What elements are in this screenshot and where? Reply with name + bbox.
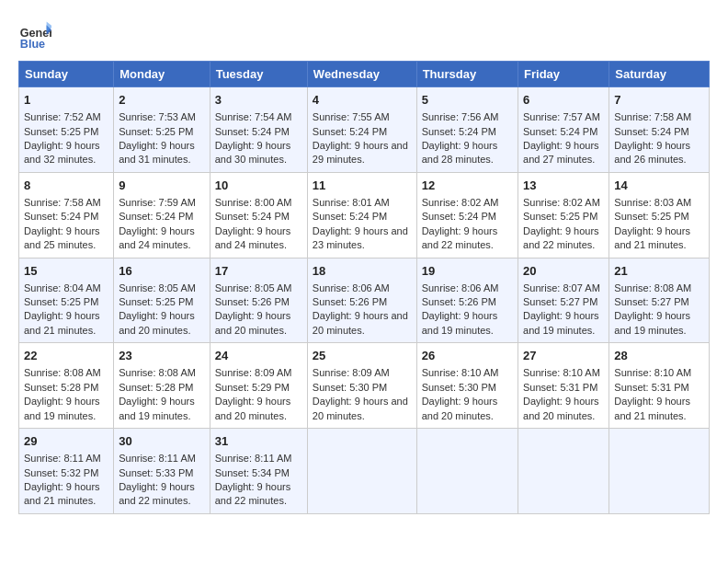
day-cell: 24Sunrise: 8:09 AMSunset: 5:29 PMDayligh…	[210, 343, 307, 429]
sunset-text: Sunset: 5:24 PM	[422, 211, 496, 222]
sunset-text: Sunset: 5:25 PM	[24, 126, 98, 137]
week-row-3: 15Sunrise: 8:04 AMSunset: 5:25 PMDayligh…	[19, 258, 710, 343]
day-cell: 20Sunrise: 8:07 AMSunset: 5:27 PMDayligh…	[518, 258, 609, 343]
day-cell: 9Sunrise: 7:59 AMSunset: 5:24 PMDaylight…	[114, 172, 210, 258]
day-cell: 31Sunrise: 8:11 AMSunset: 5:34 PMDayligh…	[210, 429, 307, 514]
sunrise-text: Sunrise: 7:54 AM	[215, 111, 292, 122]
day-number: 8	[24, 178, 108, 194]
day-number: 20	[523, 263, 604, 280]
column-header-sunday: Sunday	[19, 62, 114, 87]
day-cell	[416, 429, 518, 514]
day-cell: 10Sunrise: 8:00 AMSunset: 5:24 PMDayligh…	[210, 172, 307, 258]
sunrise-text: Sunrise: 7:53 AM	[119, 111, 196, 122]
daylight-text: Daylight: 9 hours and 21 minutes.	[614, 396, 690, 420]
day-cell: 12Sunrise: 8:02 AMSunset: 5:24 PMDayligh…	[416, 172, 518, 258]
week-row-5: 29Sunrise: 8:11 AMSunset: 5:32 PMDayligh…	[19, 429, 710, 514]
sunrise-text: Sunrise: 8:06 AM	[313, 282, 390, 293]
day-number: 13	[523, 178, 604, 194]
sunset-text: Sunset: 5:24 PM	[24, 211, 98, 222]
column-header-friday: Friday	[518, 62, 609, 87]
daylight-text: Daylight: 9 hours and 28 minutes.	[422, 140, 498, 165]
sunset-text: Sunset: 5:28 PM	[119, 382, 193, 393]
week-row-2: 8Sunrise: 7:58 AMSunset: 5:24 PMDaylight…	[19, 172, 710, 258]
daylight-text: Daylight: 9 hours and 25 minutes.	[24, 225, 100, 250]
day-cell: 16Sunrise: 8:05 AMSunset: 5:25 PMDayligh…	[114, 258, 210, 343]
day-number: 1	[24, 92, 108, 109]
sunrise-text: Sunrise: 8:02 AM	[422, 197, 499, 208]
day-number: 30	[119, 433, 205, 450]
day-number: 23	[119, 348, 205, 364]
day-number: 15	[24, 263, 108, 280]
day-cell	[307, 429, 416, 514]
day-number: 7	[614, 92, 704, 109]
day-number: 26	[422, 348, 513, 364]
day-cell: 18Sunrise: 8:06 AMSunset: 5:26 PMDayligh…	[307, 258, 416, 343]
daylight-text: Daylight: 9 hours and 27 minutes.	[523, 140, 599, 165]
sunrise-text: Sunrise: 7:55 AM	[313, 111, 390, 122]
day-cell: 1Sunrise: 7:52 AMSunset: 5:25 PMDaylight…	[19, 87, 114, 173]
day-number: 5	[422, 92, 513, 109]
daylight-text: Daylight: 9 hours and 21 minutes.	[614, 225, 690, 250]
daylight-text: Daylight: 9 hours and 29 minutes.	[313, 140, 408, 165]
daylight-text: Daylight: 9 hours and 19 minutes.	[119, 396, 195, 420]
day-number: 28	[614, 348, 704, 364]
sunrise-text: Sunrise: 8:09 AM	[313, 367, 390, 378]
sunrise-text: Sunrise: 8:11 AM	[24, 453, 101, 464]
day-cell: 29Sunrise: 8:11 AMSunset: 5:32 PMDayligh…	[19, 429, 114, 514]
sunset-text: Sunset: 5:26 PM	[422, 296, 496, 307]
column-header-saturday: Saturday	[609, 62, 710, 87]
sunset-text: Sunset: 5:31 PM	[523, 382, 597, 393]
day-number: 6	[523, 92, 604, 109]
day-cell: 26Sunrise: 8:10 AMSunset: 5:30 PMDayligh…	[416, 343, 518, 429]
sunrise-text: Sunrise: 8:06 AM	[422, 282, 499, 293]
day-number: 3	[215, 92, 302, 109]
day-cell: 23Sunrise: 8:08 AMSunset: 5:28 PMDayligh…	[114, 343, 210, 429]
daylight-text: Daylight: 9 hours and 20 minutes.	[523, 396, 599, 420]
day-number: 27	[523, 348, 604, 364]
calendar-table: SundayMondayTuesdayWednesdayThursdayFrid…	[18, 61, 710, 514]
sunset-text: Sunset: 5:24 PM	[422, 126, 496, 137]
sunset-text: Sunset: 5:34 PM	[215, 467, 290, 478]
day-number: 11	[313, 178, 412, 194]
day-number: 29	[24, 433, 108, 450]
column-header-thursday: Thursday	[416, 62, 518, 87]
daylight-text: Daylight: 9 hours and 20 minutes.	[313, 310, 408, 335]
daylight-text: Daylight: 9 hours and 23 minutes.	[313, 225, 408, 250]
daylight-text: Daylight: 9 hours and 22 minutes.	[215, 481, 291, 506]
sunrise-text: Sunrise: 8:08 AM	[614, 282, 691, 293]
sunrise-text: Sunrise: 8:09 AM	[215, 367, 292, 378]
sunset-text: Sunset: 5:32 PM	[24, 467, 98, 478]
day-cell: 15Sunrise: 8:04 AMSunset: 5:25 PMDayligh…	[19, 258, 114, 343]
daylight-text: Daylight: 9 hours and 20 minutes.	[313, 396, 408, 420]
day-cell: 25Sunrise: 8:09 AMSunset: 5:30 PMDayligh…	[307, 343, 416, 429]
column-header-wednesday: Wednesday	[307, 62, 416, 87]
sunrise-text: Sunrise: 8:01 AM	[313, 197, 390, 208]
day-number: 16	[119, 263, 205, 280]
day-number: 12	[422, 178, 513, 194]
daylight-text: Daylight: 9 hours and 24 minutes.	[215, 225, 291, 250]
sunset-text: Sunset: 5:24 PM	[523, 126, 597, 137]
day-cell: 17Sunrise: 8:05 AMSunset: 5:26 PMDayligh…	[210, 258, 307, 343]
column-header-tuesday: Tuesday	[210, 62, 307, 87]
sunset-text: Sunset: 5:27 PM	[614, 296, 688, 307]
day-number: 14	[614, 178, 704, 194]
sunrise-text: Sunrise: 8:10 AM	[614, 367, 691, 378]
day-cell: 8Sunrise: 7:58 AMSunset: 5:24 PMDaylight…	[19, 172, 114, 258]
sunrise-text: Sunrise: 8:10 AM	[422, 367, 499, 378]
day-cell: 19Sunrise: 8:06 AMSunset: 5:26 PMDayligh…	[416, 258, 518, 343]
sunrise-text: Sunrise: 8:04 AM	[24, 282, 101, 293]
sunrise-text: Sunrise: 7:58 AM	[24, 197, 101, 208]
sunrise-text: Sunrise: 8:11 AM	[119, 453, 196, 464]
sunrise-text: Sunrise: 8:02 AM	[523, 197, 600, 208]
day-number: 24	[215, 348, 302, 364]
logo-icon: General Blue	[18, 18, 51, 52]
sunset-text: Sunset: 5:25 PM	[24, 296, 98, 307]
day-number: 10	[215, 178, 302, 194]
daylight-text: Daylight: 9 hours and 21 minutes.	[24, 481, 100, 506]
day-cell	[518, 429, 609, 514]
day-number: 17	[215, 263, 302, 280]
daylight-text: Daylight: 9 hours and 21 minutes.	[24, 310, 100, 335]
day-number: 25	[313, 348, 412, 364]
day-number: 4	[313, 92, 412, 109]
svg-text:Blue: Blue	[20, 38, 45, 51]
